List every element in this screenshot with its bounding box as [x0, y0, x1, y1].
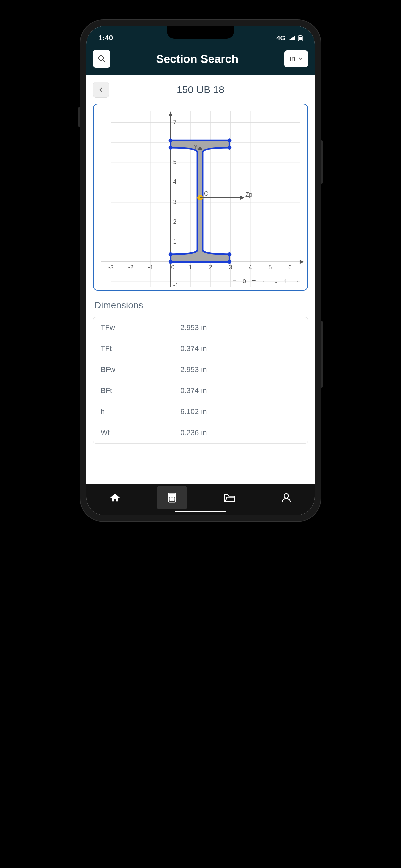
svg-text:4: 4 — [174, 179, 177, 185]
svg-marker-54 — [240, 196, 244, 199]
dim-value: 0.374 in — [181, 386, 301, 395]
svg-rect-2 — [299, 37, 302, 40]
svg-point-50 — [227, 138, 231, 143]
table-row: TFw 2.953 in — [93, 317, 308, 338]
svg-point-47 — [227, 252, 231, 256]
nav-files[interactable] — [214, 486, 244, 509]
content-area: 150 UB 18 — [86, 75, 315, 484]
svg-text:-1: -1 — [174, 282, 179, 289]
svg-point-51 — [227, 146, 231, 150]
svg-text:2: 2 — [174, 218, 177, 225]
svg-text:3: 3 — [228, 264, 232, 271]
dim-value: 0.374 in — [181, 344, 301, 353]
dimensions-heading: Dimensions — [93, 300, 308, 311]
svg-rect-1 — [300, 35, 301, 36]
svg-text:-1: -1 — [148, 264, 153, 271]
svg-text:-2: -2 — [128, 264, 134, 271]
svg-point-64 — [174, 499, 175, 500]
search-button[interactable] — [93, 50, 110, 67]
dim-label: TFw — [100, 323, 181, 332]
svg-text:-3: -3 — [108, 264, 114, 271]
svg-point-3 — [99, 56, 103, 61]
nav-profile[interactable] — [271, 486, 301, 509]
nav-home[interactable] — [100, 486, 130, 509]
dim-label: BFt — [100, 386, 181, 395]
svg-point-63 — [172, 499, 173, 500]
svg-text:0: 0 — [172, 264, 175, 271]
section-name: 150 UB 18 — [93, 84, 308, 95]
home-indicator[interactable] — [176, 511, 225, 513]
back-button[interactable] — [93, 82, 109, 98]
status-network: 4G — [276, 34, 285, 42]
page-title: Section Search — [115, 53, 280, 65]
svg-text:6: 6 — [288, 264, 292, 271]
svg-point-45 — [169, 260, 173, 264]
dim-value: 0.236 in — [181, 429, 301, 437]
svg-text:1: 1 — [189, 264, 192, 271]
calculator-icon — [167, 492, 178, 503]
table-row: BFw 2.953 in — [93, 359, 308, 380]
table-row: h 6.102 in — [93, 401, 308, 423]
svg-point-48 — [169, 252, 173, 256]
dim-label: Wt — [100, 429, 181, 437]
svg-point-60 — [172, 498, 173, 499]
svg-point-59 — [170, 498, 171, 499]
search-icon — [98, 55, 105, 63]
svg-text:4: 4 — [249, 264, 252, 271]
dim-label: TFt — [100, 344, 181, 353]
svg-text:1: 1 — [174, 238, 177, 245]
folder-icon — [223, 493, 235, 503]
dimensions-table: TFw 2.953 in TFt 0.374 in BFw 2.953 in B… — [93, 317, 308, 443]
svg-marker-25 — [300, 260, 303, 264]
svg-point-49 — [169, 138, 173, 143]
svg-text:5: 5 — [174, 159, 177, 165]
battery-icon — [298, 35, 303, 41]
plot-controls[interactable]: − o + ← ↓ ↑ → — [233, 277, 301, 285]
svg-text:3: 3 — [174, 198, 177, 205]
yp-axis-label: Yp — [194, 144, 201, 150]
dim-value: 2.953 in — [181, 323, 301, 332]
status-time: 1:40 — [98, 34, 113, 42]
app-header: Section Search in — [86, 45, 315, 75]
svg-marker-27 — [169, 113, 173, 116]
chevron-down-icon — [299, 58, 303, 60]
svg-line-4 — [102, 60, 104, 62]
section-plot[interactable]: -3 -2 -1 0 1 2 3 4 5 6 7 5 — [93, 103, 308, 291]
nav-calculator[interactable] — [157, 486, 187, 509]
svg-text:7: 7 — [174, 119, 177, 126]
dim-label: BFw — [100, 365, 181, 374]
signal-icon — [288, 35, 296, 41]
svg-text:5: 5 — [269, 264, 272, 271]
dim-label: h — [100, 407, 181, 416]
svg-text:2: 2 — [209, 264, 212, 271]
home-icon — [109, 492, 121, 503]
dim-value: 2.953 in — [181, 365, 301, 374]
svg-rect-58 — [169, 494, 175, 496]
centroid-label: C — [204, 190, 208, 197]
chevron-left-icon — [99, 87, 102, 92]
unit-dropdown[interactable]: in — [284, 51, 308, 67]
svg-point-46 — [227, 260, 231, 264]
table-row: TFt 0.374 in — [93, 338, 308, 359]
zp-axis-label: Zp — [245, 191, 252, 198]
unit-label: in — [290, 55, 296, 63]
table-row: Wt 0.236 in — [93, 423, 308, 443]
svg-point-61 — [174, 498, 175, 499]
dim-value: 6.102 in — [181, 407, 301, 416]
svg-point-62 — [170, 499, 171, 500]
svg-point-52 — [169, 146, 173, 150]
user-icon — [281, 492, 292, 503]
table-row: BFt 0.374 in — [93, 380, 308, 401]
svg-point-65 — [284, 494, 288, 498]
